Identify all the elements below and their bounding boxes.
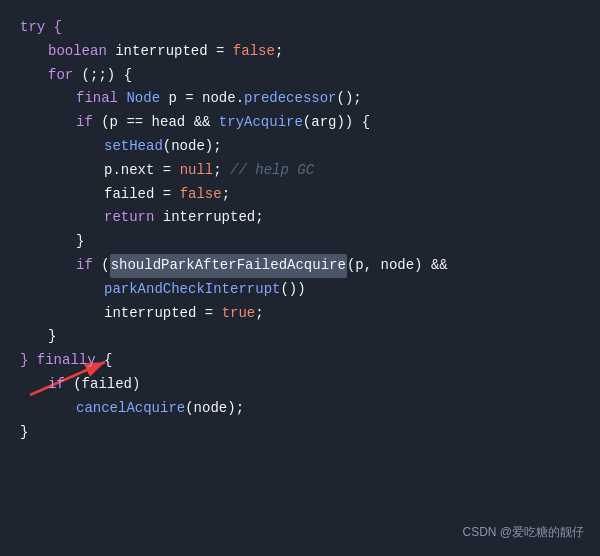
code-line: if (shouldParkAfterFailedAcquire(p, node… xyxy=(0,254,600,278)
code-line: for (;;) { xyxy=(0,64,600,88)
code-line: return interrupted; xyxy=(0,206,600,230)
code-line: } xyxy=(0,325,600,349)
code-line: try { xyxy=(0,16,600,40)
code-line: cancelAcquire(node); xyxy=(0,397,600,421)
code-line: } finally { xyxy=(0,349,600,373)
code-line: } xyxy=(0,230,600,254)
code-line: final Node p = node.predecessor(); xyxy=(0,87,600,111)
code-line: } xyxy=(0,421,600,445)
code-line: if (p == head && tryAcquire(arg)) { xyxy=(0,111,600,135)
code-line: p.next = null; // help GC xyxy=(0,159,600,183)
code-line: boolean interrupted = false; xyxy=(0,40,600,64)
code-line: failed = false; xyxy=(0,183,600,207)
code-line: if (failed) xyxy=(0,373,600,397)
code-block: try {boolean interrupted = false;for (;;… xyxy=(0,0,600,460)
code-line: parkAndCheckInterrupt()) xyxy=(0,278,600,302)
code-line: interrupted = true; xyxy=(0,302,600,326)
watermark-text: CSDN @爱吃糖的靓仔 xyxy=(462,522,584,542)
code-line: setHead(node); xyxy=(0,135,600,159)
